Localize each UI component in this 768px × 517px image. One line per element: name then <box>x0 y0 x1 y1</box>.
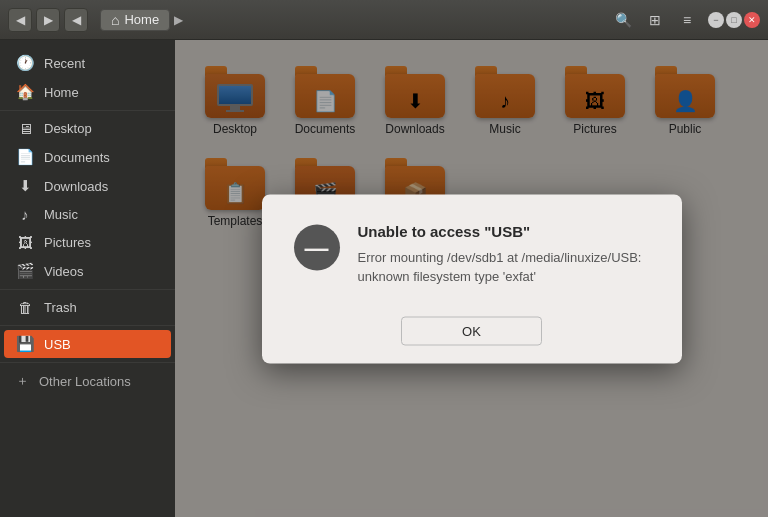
search-icon: 🔍 <box>615 12 632 28</box>
minimize-button[interactable]: − <box>708 12 724 28</box>
view-icon: ⊞ <box>649 12 661 28</box>
sidebar-item-trash[interactable]: 🗑 Trash <box>4 294 171 321</box>
breadcrumb-home-label: Home <box>124 12 159 27</box>
search-button[interactable]: 🔍 <box>610 7 636 33</box>
menu-icon: ≡ <box>683 12 691 28</box>
sidebar-item-documents-label: Documents <box>44 150 110 165</box>
usb-sidebar-icon: 💾 <box>16 335 34 353</box>
sidebar-item-music-label: Music <box>44 207 78 222</box>
sidebar-item-home-label: Home <box>44 85 79 100</box>
error-icon: — <box>294 224 340 270</box>
back-button[interactable]: ◀ <box>8 8 32 32</box>
sidebar-item-videos[interactable]: 🎬 Videos <box>4 257 171 285</box>
dialog-content: — Unable to access "USB" Error mounting … <box>262 194 682 306</box>
sidebar: 🕐 Recent 🏠 Home 🖥 Desktop 📄 Documents ⬇ … <box>0 40 175 517</box>
sidebar-item-videos-label: Videos <box>44 264 84 279</box>
sidebar-item-usb[interactable]: 💾 USB <box>4 330 171 358</box>
home-sidebar-icon: 🏠 <box>16 83 34 101</box>
breadcrumb-arrow: ▶ <box>174 13 183 27</box>
sidebar-item-usb-label: USB <box>44 337 71 352</box>
sidebar-item-downloads-label: Downloads <box>44 179 108 194</box>
sidebar-other-locations-label: Other Locations <box>39 374 131 389</box>
title-bar: ◀ ▶ ◀ ⌂ Home ▶ 🔍 ⊞ ≡ − □ ✕ <box>0 0 768 40</box>
videos-sidebar-icon: 🎬 <box>16 262 34 280</box>
music-sidebar-icon: ♪ <box>16 206 34 223</box>
content-area: Desktop 📄 Documents ⬇ <box>175 40 768 517</box>
sidebar-divider-2 <box>0 289 175 290</box>
sidebar-item-other-locations[interactable]: ＋ Other Locations <box>4 367 171 395</box>
sidebar-item-documents[interactable]: 📄 Documents <box>4 143 171 171</box>
error-dialog: — Unable to access "USB" Error mounting … <box>262 194 682 363</box>
close-icon: ✕ <box>748 15 756 25</box>
dialog-text: Unable to access "USB" Error mounting /d… <box>358 222 650 286</box>
dialog-ok-button[interactable]: OK <box>401 316 542 345</box>
sidebar-item-trash-label: Trash <box>44 300 77 315</box>
dialog-actions: OK <box>262 306 682 363</box>
close-button[interactable]: ✕ <box>744 12 760 28</box>
home-icon: ⌂ <box>111 12 119 28</box>
breadcrumb: ⌂ Home ▶ <box>100 9 598 31</box>
minimize-icon: − <box>713 15 718 25</box>
sidebar-item-recent[interactable]: 🕐 Recent <box>4 49 171 77</box>
view-toggle-button[interactable]: ⊞ <box>642 7 668 33</box>
pictures-sidebar-icon: 🖼 <box>16 234 34 251</box>
sidebar-item-pictures-label: Pictures <box>44 235 91 250</box>
maximize-button[interactable]: □ <box>726 12 742 28</box>
up-button[interactable]: ◀ <box>64 8 88 32</box>
recent-icon: 🕐 <box>16 54 34 72</box>
window-controls: − □ ✕ <box>708 12 760 28</box>
up-icon: ◀ <box>72 13 81 27</box>
forward-icon: ▶ <box>44 13 53 27</box>
menu-button[interactable]: ≡ <box>674 7 700 33</box>
sidebar-item-desktop-label: Desktop <box>44 121 92 136</box>
sidebar-item-home[interactable]: 🏠 Home <box>4 78 171 106</box>
sidebar-item-desktop[interactable]: 🖥 Desktop <box>4 115 171 142</box>
downloads-sidebar-icon: ⬇ <box>16 177 34 195</box>
maximize-icon: □ <box>731 15 736 25</box>
sidebar-divider-4 <box>0 362 175 363</box>
forward-button[interactable]: ▶ <box>36 8 60 32</box>
sidebar-divider-3 <box>0 325 175 326</box>
sidebar-item-music[interactable]: ♪ Music <box>4 201 171 228</box>
trash-sidebar-icon: 🗑 <box>16 299 34 316</box>
sidebar-item-downloads[interactable]: ⬇ Downloads <box>4 172 171 200</box>
desktop-sidebar-icon: 🖥 <box>16 120 34 137</box>
sidebar-item-pictures[interactable]: 🖼 Pictures <box>4 229 171 256</box>
dialog-title: Unable to access "USB" <box>358 222 650 239</box>
error-symbol: — <box>305 233 329 261</box>
back-icon: ◀ <box>16 13 25 27</box>
sidebar-item-recent-label: Recent <box>44 56 85 71</box>
main-layout: 🕐 Recent 🏠 Home 🖥 Desktop 📄 Documents ⬇ … <box>0 40 768 517</box>
sidebar-divider-1 <box>0 110 175 111</box>
add-icon: ＋ <box>16 372 29 390</box>
documents-sidebar-icon: 📄 <box>16 148 34 166</box>
title-bar-actions: 🔍 ⊞ ≡ <box>610 7 700 33</box>
breadcrumb-home[interactable]: ⌂ Home <box>100 9 170 31</box>
dialog-message: Error mounting /dev/sdb1 at /media/linux… <box>358 247 650 286</box>
